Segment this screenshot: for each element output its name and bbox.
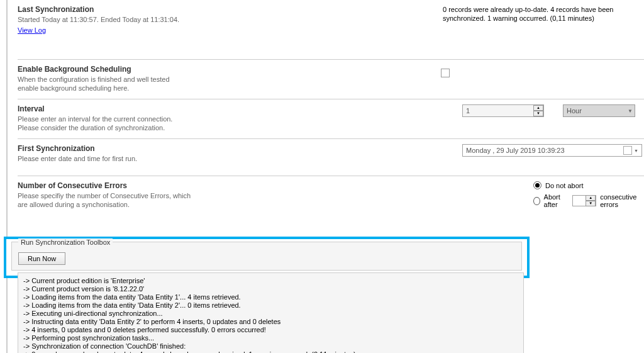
view-log-link[interactable]: View Log [18,26,46,34]
toolbox-legend: Run Synchronization Toolbox [18,238,113,246]
chevron-down-icon[interactable]: ▼ [634,148,638,153]
log-line: -> Current product version is '8.12.22.0… [23,285,518,293]
log-line: -> 4 inserts, 0 updates and 0 deletes pe… [23,326,518,334]
chevron-down-icon: ▼ [626,108,635,114]
log-line: -> Performing post synchronization tasks… [23,334,518,342]
background-scheduling-section: Enable Background Scheduling When the co… [18,60,644,99]
abort-down-icon[interactable]: ▼ [586,201,596,206]
log-line: -> Instructing data entity 'Data Entity … [23,318,518,326]
first-sync-datetime[interactable]: Monday , 29 July 2019 10:39:23 ▼ [462,144,642,157]
log-panel[interactable]: -> Current product edition is 'Enterpris… [18,272,524,353]
first-sync-section: First Synchronization Please enter date … [18,139,644,176]
interval-up-icon[interactable]: ▲ [533,105,543,111]
errors-section: Number of Consecutive Errors Please spec… [18,176,644,228]
abort-up-icon[interactable]: ▲ [586,195,596,201]
log-line: -> 0 records were already up-to-date. 4 … [23,350,518,353]
background-scheduling-checkbox[interactable] [441,69,450,77]
interval-unit-dropdown[interactable]: Hour ▼ [563,104,635,117]
background-desc1: When the configuration is finished and w… [18,75,644,84]
do-not-abort-radio[interactable] [533,181,541,189]
sync-status-text: 0 records were already up-to-date. 4 rec… [443,5,638,23]
log-line: -> Loading items from the data entity 'D… [23,293,518,301]
background-title: Enable Background Scheduling [18,65,644,74]
interval-unit-value: Hour [564,107,626,115]
interval-section: Interval Please enter an interval for th… [18,99,644,139]
calendar-icon[interactable] [623,146,632,155]
log-line: -> Current product edition is 'Enterpris… [23,277,518,285]
run-now-button[interactable]: Run Now [18,252,65,265]
first-sync-datetime-value: Monday , 29 July 2019 10:39:23 [466,147,623,154]
log-line: -> Loading items from the data entity 'D… [23,301,518,310]
log-line: -> Synchronization of connection 'CouchD… [23,342,518,350]
toolbox-fieldset: Run Synchronization Toolbox Run Now [11,242,522,271]
abort-count-spinner[interactable]: ▲ ▼ [572,195,596,206]
do-not-abort-label: Do not abort [545,182,584,189]
interval-down-icon[interactable]: ▼ [533,111,543,116]
interval-spinner[interactable]: 1 ▲ ▼ [462,104,544,117]
abort-after-suffix: consecutive errors [600,193,644,208]
background-desc2: enable background scheduling here. [18,84,644,92]
interval-desc2: Please consider the duration of synchron… [18,123,644,132]
abort-after-radio[interactable] [533,197,540,205]
interval-value: 1 [463,107,533,115]
last-sync-section: Last Synchronization Started Today at 11… [18,0,644,60]
log-line: -> Executing uni-directional synchroniza… [23,310,518,318]
abort-after-label: Abort after [544,193,569,208]
